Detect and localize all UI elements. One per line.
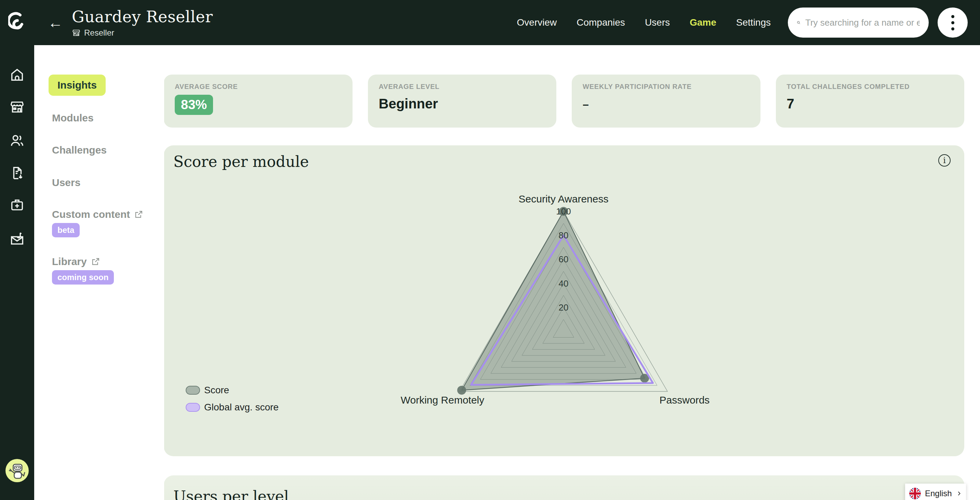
beta-badge: beta — [52, 223, 80, 237]
icon-rail — [0, 45, 34, 500]
svg-text:20: 20 — [559, 303, 569, 312]
home-icon[interactable] — [9, 67, 25, 83]
stat-card-challenges: TOTAL CHALLENGES COMPLETED 7 — [776, 75, 965, 127]
uk-flag-icon — [909, 488, 921, 499]
score-swatch — [186, 386, 200, 395]
average-score-badge: 83% — [175, 95, 213, 115]
coming-soon-badge: coming soon — [52, 270, 114, 285]
global-avg-swatch — [186, 403, 200, 412]
top-navigation: Overview Companies Users Game Settings — [517, 17, 771, 28]
chevron-right-icon — [956, 490, 962, 497]
sidebar-item-custom-content[interactable]: Custom content — [52, 209, 143, 220]
stat-label: AVERAGE LEVEL — [379, 83, 546, 91]
svg-text:40: 40 — [559, 279, 569, 289]
participation-value: – — [583, 98, 749, 111]
svg-text:Passwords: Passwords — [660, 394, 710, 406]
average-level-value: Beginner — [379, 96, 546, 111]
chart-legend: Score Global avg. score — [186, 385, 279, 413]
stat-card-average-score: AVERAGE SCORE 83% — [164, 75, 353, 127]
sidebar-item-insights[interactable]: Insights — [49, 75, 106, 96]
svg-text:80: 80 — [559, 230, 569, 240]
score-per-module-card: Score per module i 20406080100Security A… — [164, 145, 964, 456]
sidebar-item-library[interactable]: Library — [52, 256, 100, 268]
search-bar[interactable] — [788, 8, 929, 38]
guardey-logo-icon[interactable] — [0, 12, 34, 33]
svg-text:60: 60 — [559, 254, 569, 264]
nav-overview[interactable]: Overview — [517, 17, 557, 28]
stat-label: WEEKLY PARTICIPATION RATE — [583, 83, 749, 91]
phishing-mail-icon[interactable] — [9, 231, 25, 247]
nav-game[interactable]: Game — [690, 17, 716, 28]
report-download-icon[interactable] — [9, 165, 25, 181]
users-icon[interactable] — [9, 133, 25, 148]
language-label: English — [925, 489, 952, 498]
users-per-level-card: Users per level — [164, 475, 964, 500]
store-icon[interactable] — [9, 99, 25, 115]
radar-chart: 20406080100Security AwarenessPasswordsWo… — [164, 145, 964, 456]
company-subtitle: Reseller — [84, 28, 114, 38]
user-avatar[interactable] — [5, 459, 29, 482]
kebab-menu-button[interactable] — [938, 8, 968, 38]
svg-text:Security Awareness: Security Awareness — [519, 193, 609, 204]
search-input[interactable] — [805, 18, 920, 28]
legend-item-global-avg: Global avg. score — [186, 402, 279, 413]
users-per-level-title: Users per level — [173, 488, 289, 500]
stat-label: AVERAGE SCORE — [175, 83, 342, 91]
stat-card-participation: WEEKLY PARTICIPATION RATE – — [572, 75, 760, 127]
language-selector[interactable]: English — [905, 484, 966, 500]
nav-settings[interactable]: Settings — [736, 17, 771, 28]
external-link-icon — [134, 210, 143, 219]
search-icon — [797, 18, 800, 28]
challenges-value: 7 — [787, 96, 954, 111]
page-title: Guardey Reseller — [72, 8, 213, 26]
legend-item-score: Score — [186, 385, 279, 396]
topbar: ← Guardey Reseller Reseller Overview Com… — [0, 0, 980, 45]
svg-text:Working Remotely: Working Remotely — [401, 394, 485, 406]
sidebar-item-challenges[interactable]: Challenges — [52, 144, 107, 156]
game-sidebar: Insights Modules Challenges Users Custom… — [34, 45, 164, 500]
store-icon — [72, 29, 81, 37]
sidebar-item-modules[interactable]: Modules — [52, 112, 94, 124]
stat-card-average-level: AVERAGE LEVEL Beginner — [368, 75, 557, 127]
svg-text:100: 100 — [556, 206, 571, 217]
back-arrow-button[interactable]: ← — [48, 15, 63, 30]
nav-companies[interactable]: Companies — [576, 17, 625, 28]
sidebar-item-users[interactable]: Users — [52, 177, 80, 188]
nav-users[interactable]: Users — [645, 17, 670, 28]
medkit-icon[interactable] — [9, 197, 25, 213]
external-link-icon — [91, 257, 100, 266]
stat-cards-row: AVERAGE SCORE 83% AVERAGE LEVEL Beginner… — [164, 75, 964, 127]
stat-label: TOTAL CHALLENGES COMPLETED — [787, 83, 954, 91]
